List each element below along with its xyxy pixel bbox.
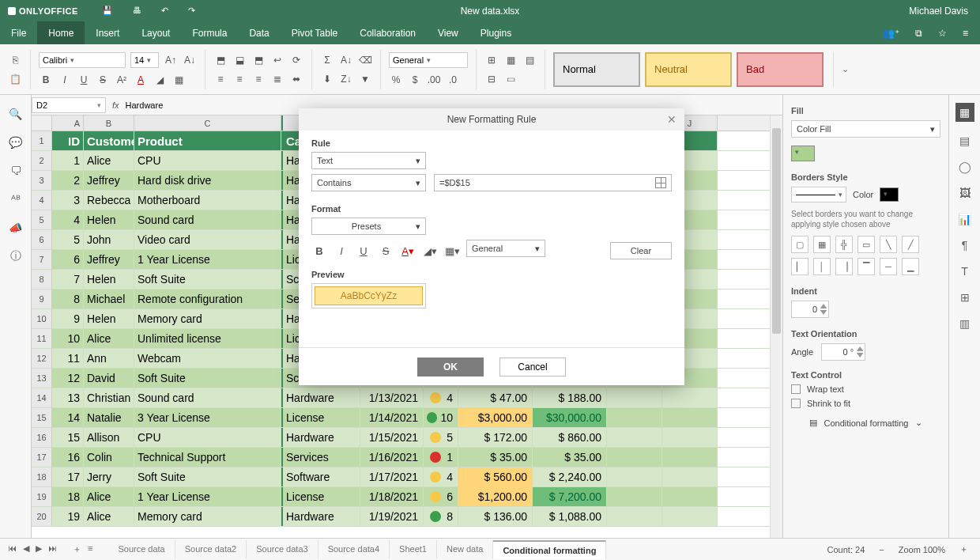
cell[interactable]: Sound card	[134, 388, 281, 407]
cell[interactable]: License	[281, 487, 360, 506]
numfmt-select[interactable]: General▾	[466, 240, 545, 257]
cond-format-button[interactable]: ▤ Conditional formatting ⌄	[791, 418, 940, 428]
redo-icon[interactable]: ↷	[188, 6, 195, 16]
cell[interactable]: Hardware	[281, 428, 360, 447]
cell[interactable]: 5	[52, 230, 84, 249]
row-header[interactable]: 10	[32, 309, 52, 328]
cell[interactable]	[607, 388, 662, 407]
row-header[interactable]: 20	[32, 507, 52, 526]
zoom-level[interactable]: Zoom 100%	[899, 545, 945, 554]
slicer-icon[interactable]: ▥	[958, 316, 972, 331]
align-top-icon[interactable]: ⬒	[213, 53, 228, 67]
cell[interactable]: 8	[52, 289, 84, 308]
cell[interactable]: 16	[52, 448, 84, 467]
save-icon[interactable]: 💾	[102, 6, 113, 16]
format-cells-icon[interactable]: ▭	[503, 72, 518, 86]
textart-icon[interactable]: T	[958, 264, 972, 278]
fill-down-icon[interactable]: ⬇	[320, 72, 334, 86]
wrap-icon[interactable]: ↩	[270, 53, 285, 67]
condition-select[interactable]: Contains▾	[311, 174, 426, 191]
cell[interactable]: Unlimited license	[134, 329, 281, 348]
row-header[interactable]: 19	[32, 487, 52, 506]
menu-file[interactable]: File	[0, 21, 37, 44]
cell[interactable]: Hardware	[281, 388, 360, 407]
cell[interactable]: 14	[52, 408, 84, 427]
open-location-icon[interactable]: ⧉	[915, 28, 922, 39]
erase-icon[interactable]: ⌫	[358, 53, 372, 67]
bold-icon[interactable]: B	[39, 73, 53, 87]
border-line-select[interactable]	[791, 187, 846, 202]
border-color-swatch[interactable]	[880, 187, 899, 202]
cell[interactable]: CPU	[134, 428, 281, 447]
menu-pivot-table[interactable]: Pivot Table	[281, 21, 349, 44]
menu-view[interactable]: View	[427, 21, 469, 44]
cell[interactable]: 3	[52, 191, 84, 210]
cell[interactable]: 10	[424, 408, 458, 427]
cell[interactable]: Memory card	[134, 309, 281, 328]
percent-icon[interactable]: %	[389, 73, 403, 87]
cell[interactable]: 1/16/2021	[360, 448, 424, 467]
fill-color-swatch[interactable]	[791, 146, 815, 161]
cell[interactable]: $1,200.00	[458, 487, 533, 506]
menu-formula[interactable]: Formula	[181, 21, 238, 44]
cell[interactable]: 11	[52, 349, 84, 368]
cell[interactable]: Alice	[84, 151, 134, 170]
cell[interactable]	[607, 507, 662, 526]
cell[interactable]: CPU	[134, 151, 281, 170]
cell[interactable]: Alice	[84, 487, 134, 506]
cell[interactable]: 1/19/2021	[360, 507, 424, 526]
border-hcenter-icon[interactable]: ─	[880, 258, 897, 275]
cell[interactable]: Alice	[84, 329, 134, 348]
cell[interactable]: Hard disk drive	[134, 171, 281, 190]
cell[interactable]: Memory card	[134, 507, 281, 526]
prev-sheet-icon[interactable]: ◀	[23, 543, 29, 555]
cell[interactable]: $ 7,200.00	[533, 487, 607, 506]
wrap-checkbox[interactable]: Wrap text	[791, 384, 940, 394]
cell[interactable]: 3 Year License	[134, 408, 281, 427]
cell[interactable]: Allison	[84, 428, 134, 447]
border-all-icon[interactable]: ╬	[835, 236, 853, 253]
style-bad[interactable]: Bad	[737, 52, 824, 87]
cell[interactable]: 9	[52, 309, 84, 328]
cell[interactable]: 6	[52, 250, 84, 269]
cell[interactable]: Motherboard	[134, 191, 281, 210]
align-justify-icon[interactable]: ≣	[270, 72, 285, 86]
cell[interactable]: Jeffrey	[84, 250, 134, 269]
about-icon[interactable]: ⓘ	[9, 249, 23, 263]
cell[interactable]: Jeffrey	[84, 171, 134, 190]
col-header[interactable]: C	[134, 115, 281, 131]
cell[interactable]: $ 35.00	[533, 448, 607, 467]
rule-type-select[interactable]: Text▾	[311, 152, 426, 169]
paste-icon[interactable]: 📋	[8, 72, 22, 86]
border-top-icon[interactable]: ▔	[858, 258, 875, 275]
cell[interactable]: Michael	[84, 289, 134, 308]
filter-icon[interactable]: ▼	[358, 72, 372, 86]
col-header[interactable]: B	[84, 115, 134, 131]
text-settings-icon[interactable]: ¶	[958, 238, 972, 252]
name-box[interactable]: D2▾	[32, 97, 106, 113]
cell[interactable]: 8	[424, 507, 458, 526]
align-center-icon[interactable]: ≡	[232, 72, 247, 86]
cell[interactable]: 1/13/2021	[360, 388, 424, 407]
close-icon[interactable]: ✕	[667, 113, 677, 126]
underline-icon[interactable]: U	[77, 73, 91, 87]
cell[interactable]	[662, 388, 718, 407]
sheet-tab[interactable]: Conditional formatting	[493, 540, 606, 559]
cell[interactable]: $ 860.00	[533, 428, 607, 447]
list-sheets-icon[interactable]: ≡	[88, 543, 92, 555]
cell[interactable]	[607, 408, 662, 427]
cell[interactable]: $ 1,088.00	[533, 507, 607, 526]
cell[interactable]: Sound card	[134, 210, 281, 229]
more-styles-icon[interactable]: ⌄	[833, 52, 857, 87]
row-header[interactable]: 12	[32, 349, 52, 368]
underline-icon[interactable]: U	[356, 243, 371, 259]
cell[interactable]: 18	[52, 487, 84, 506]
cell[interactable]	[607, 467, 662, 486]
delete-cells-icon[interactable]: ⊟	[484, 72, 499, 86]
cell[interactable]: 1/17/2021	[360, 467, 424, 486]
chat-icon[interactable]: 🗨	[9, 164, 23, 178]
shrink-checkbox[interactable]: Shrink to fit	[791, 399, 940, 408]
sum-icon[interactable]: Σ	[320, 53, 334, 67]
ok-button[interactable]: OK	[417, 358, 484, 376]
font-size[interactable]: 14	[130, 52, 159, 68]
